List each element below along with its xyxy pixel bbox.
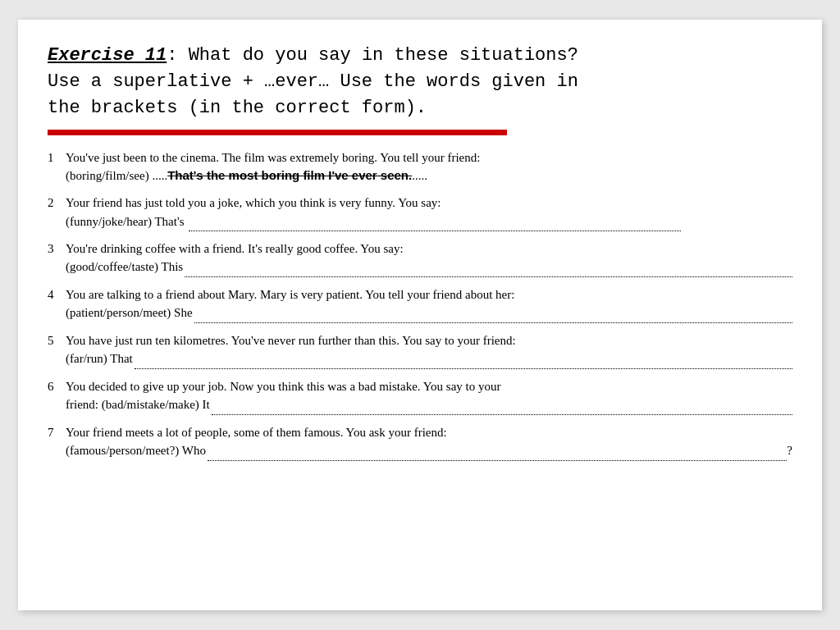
prompt-text: (famous/person/meet?) Who ? (66, 441, 792, 461)
prompt-text: (good/coffee/taste) This (66, 258, 792, 277)
situation-text: Your friend meets a lot of people, some … (66, 423, 792, 442)
prompt-text: (patient/person/meet) She (66, 304, 792, 323)
item-content: Your friend has just told you a joke, wh… (66, 194, 792, 231)
list-item: 3 You're drinking coffee with a friend. … (48, 240, 792, 277)
item-content: Your friend meets a lot of people, some … (66, 423, 792, 461)
item-content: You decided to give up your job. Now you… (66, 377, 792, 415)
situation-text: You are talking to a friend about Mary. … (66, 285, 792, 304)
situation-text: You decided to give up your job. Now you… (66, 377, 792, 396)
item-number: 6 (48, 377, 66, 396)
situation-text: Your friend has just told you a joke, wh… (66, 194, 792, 212)
exercise-label: Exercise 11 (48, 45, 167, 66)
answer-text: That's the most boring film I've ever se… (167, 168, 412, 182)
list-item: 7 Your friend meets a lot of people, som… (48, 423, 792, 461)
item-number: 7 (48, 423, 66, 442)
prompt-text: (boring/film/see) .....That's the most b… (66, 167, 792, 185)
list-item: 2 Your friend has just told you a joke, … (48, 194, 792, 231)
item-content: You have just run ten kilometres. You've… (66, 331, 792, 369)
list-item: 6 You decided to give up your job. Now y… (48, 377, 792, 415)
prompt-text: (far/run) That (66, 349, 792, 369)
item-number: 2 (48, 194, 66, 212)
item-content: You're drinking coffee with a friend. It… (66, 240, 792, 277)
exercise-list: 1 You've just been to the cinema. The fi… (48, 148, 792, 461)
prompt-text: friend: (bad/mistake/make) It (66, 395, 792, 415)
slide: Exercise 11: What do you say in these si… (18, 20, 822, 610)
item-number: 1 (48, 148, 66, 167)
item-number: 5 (48, 331, 66, 350)
situation-text: You have just run ten kilometres. You've… (66, 331, 792, 350)
list-item: 1 You've just been to the cinema. The fi… (48, 148, 792, 185)
item-number: 4 (48, 285, 66, 304)
list-item: 4 You are talking to a friend about Mary… (48, 285, 792, 323)
prompt-text: (funny/joke/hear) That's (66, 212, 792, 231)
item-number: 3 (48, 240, 66, 258)
situation-text: You're drinking coffee with a friend. It… (66, 240, 792, 258)
situation-text: You've just been to the cinema. The film… (66, 148, 792, 167)
red-divider (48, 130, 507, 135)
item-content: You are talking to a friend about Mary. … (66, 285, 792, 323)
slide-title: Exercise 11: What do you say in these si… (48, 43, 792, 121)
item-content: You've just been to the cinema. The film… (66, 148, 792, 185)
list-item: 5 You have just run ten kilometres. You'… (48, 331, 792, 369)
